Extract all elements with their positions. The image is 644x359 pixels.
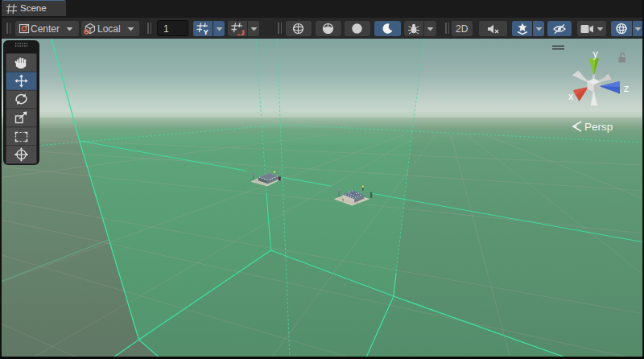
svg-text:z: z <box>624 83 629 94</box>
svg-text:y: y <box>592 48 598 60</box>
svg-text:Y: Y <box>203 27 208 35</box>
svg-text:Persp: Persp <box>584 121 613 133</box>
svg-text:x: x <box>568 91 574 102</box>
